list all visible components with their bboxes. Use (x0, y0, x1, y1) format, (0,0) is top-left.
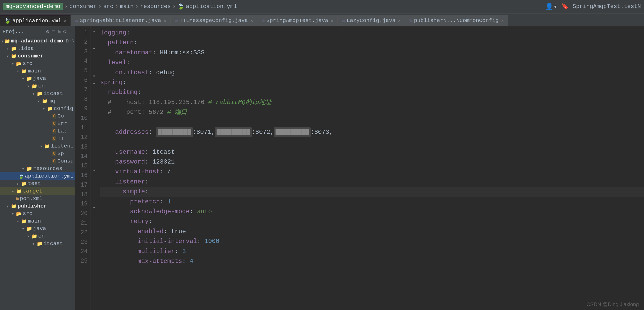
breadcrumb-consumer[interactable]: consumer (69, 3, 97, 10)
tree-item-application-yml[interactable]: 🍃 application.yml (0, 172, 75, 180)
top-bar-arrow[interactable]: 🔖 (562, 3, 569, 10)
tab-java-icon-4: ☕ (262, 17, 265, 24)
tree-item-publisher[interactable]: ▾ 📁 publisher (0, 202, 75, 210)
sidebar-title: Proj... (3, 29, 24, 35)
class-icon-sp: C (52, 151, 56, 156)
code-line-21: enabled: true (100, 227, 644, 237)
code-line-16: listener: (100, 177, 644, 187)
sidebar-icon-add[interactable]: ⊕ (46, 28, 49, 35)
editor-content[interactable]: 1 2 3 4 5 6 7 8 9 10 11 12 13 14 15 16 1… (75, 26, 644, 310)
tree-item-co[interactable]: C Co (0, 112, 75, 120)
project-name[interactable]: mq-advanced-demo (3, 3, 63, 10)
listener-folder-icon: 📁 (44, 143, 50, 149)
tree-item-tt[interactable]: C TT (0, 135, 75, 142)
gutter-arrow-3[interactable]: ▾ (93, 45, 96, 53)
tree-item-java[interactable]: ▾ 📁 java (0, 75, 75, 82)
tree-label-consumer: consumer (18, 53, 44, 59)
code-line-22: initial-interval: 1000 (100, 237, 644, 246)
key-simple: simple (122, 187, 145, 197)
breadcrumb-resources[interactable]: resources (140, 3, 171, 10)
addr-redacted-3: █████████ (274, 127, 311, 137)
tree-item-pub-cn[interactable]: ▾ 📁 cn (0, 232, 75, 240)
code-line-25 (100, 266, 644, 276)
addr-port-1: :8071, (193, 127, 215, 137)
breadcrumb-main[interactable]: main (120, 3, 134, 10)
val-password: 123321 (152, 157, 175, 167)
code-line-13: username: itcast (100, 147, 644, 157)
code-line-17: simple: (100, 187, 644, 197)
gutter-arrow-6[interactable]: ▾ (93, 73, 96, 80)
tree-item-pub-src[interactable]: ▾ 📂 src (0, 210, 75, 217)
tree-item-config[interactable]: ▾ 📁 config (0, 105, 75, 112)
sidebar-icon-sort[interactable]: ≡ (52, 28, 55, 35)
tab-label-5: LazyConfig.java (347, 18, 395, 24)
tree-label-pub-java: java (33, 226, 46, 232)
tree-item-la[interactable]: C La: (0, 127, 75, 135)
tree-item-root[interactable]: ▾ 📁 mq-advanced-demo D:\Ding.. (0, 37, 75, 45)
comment-line-8: # host: 118.195.235.176 (100, 98, 208, 107)
tree-item-pub-main[interactable]: ▾ 📁 main (0, 217, 75, 225)
tab-label-2: SpringRabbitListener.java (80, 18, 161, 24)
indent-5 (100, 68, 115, 78)
tree-item-src[interactable]: ▾ 📂 src (0, 60, 75, 67)
sidebar-icon-settings[interactable]: ⚙ (63, 28, 66, 35)
tree-item-idea[interactable]: ▸ 📁 .idea (0, 45, 75, 52)
tree-item-main[interactable]: ▾ 📁 main (0, 67, 75, 75)
code-area[interactable]: logging: pattern: dateformat: HH:mm:ss:S… (98, 26, 644, 310)
tree-item-pub-itcast[interactable]: ▾ 📁 itcast (0, 240, 75, 247)
gutter-arrow-20[interactable]: ▾ (93, 204, 96, 212)
key-virtual-host: virtual-host (115, 167, 160, 177)
sidebar-icon-minus[interactable]: − (69, 28, 72, 35)
comment-text-9: # 端口 (167, 107, 187, 117)
tree-item-listener[interactable]: ▾ 📁 listene (0, 142, 75, 150)
tree-item-pom[interactable]: m pom.xml (0, 195, 75, 202)
tab-application-yml[interactable]: 🍃 application.yml ✕ (0, 15, 71, 26)
tab-close-1[interactable]: ✕ (64, 18, 66, 23)
tree-item-resources[interactable]: ▾ 📁 resources (0, 165, 75, 172)
tab-spring-rabbit-listener[interactable]: ☕ SpringRabbitListener.java ✕ (71, 15, 171, 26)
tree-item-mq[interactable]: ▾ 📁 mq (0, 97, 75, 105)
sidebar-icon-sort2[interactable]: ≒ (58, 28, 61, 35)
tab-publisher-common-config[interactable]: ☕ publisher\...\CommonConfig ✕ (405, 15, 508, 26)
tree-item-sp[interactable]: C Sp (0, 150, 75, 157)
code-line-7: rabbitmq: (100, 87, 644, 97)
tree-item-test[interactable]: ▸ 📁 test (0, 180, 75, 187)
tab-close-6[interactable]: ✕ (501, 18, 504, 23)
watermark: CSDN @Ding Jiaxiong (586, 301, 639, 307)
breadcrumb-sep-3: › (115, 3, 118, 10)
tree-item-consumer[interactable]: ▾ 📁 consumer (0, 52, 75, 60)
key-dateformat: dateformat (115, 48, 152, 58)
tree-item-consu[interactable]: C Consu (0, 157, 75, 165)
tab-close-4[interactable]: ✕ (331, 18, 333, 23)
gutter-arrow-7[interactable]: ▾ (93, 80, 96, 88)
val-cnitcast: debug (156, 68, 175, 78)
gutter-arrow-16[interactable]: ▾ (93, 167, 96, 174)
indent-24 (100, 256, 137, 266)
key-initial-interval: initial-interval (137, 237, 197, 246)
tab-ttl-message-config[interactable]: ☕ TTLMessageConfig.java ✕ (171, 15, 257, 26)
code-line-8: # host: 118.195.235.176 # rabbitMQ的ip地址 (100, 98, 644, 107)
tree-label-publisher: publisher (18, 203, 47, 209)
tab-close-5[interactable]: ✕ (398, 18, 401, 23)
tab-spring-amqp-test[interactable]: ☕ SpringAmqpTest.java ✕ (257, 15, 338, 26)
tab-java-icon-5: ☕ (342, 17, 345, 24)
user-icon[interactable]: 👤▾ (545, 3, 557, 11)
addr-port-2: :8072, (252, 127, 274, 137)
code-line-11: addresses: █████████:8071, █████████:807… (100, 127, 644, 137)
sidebar-icons: ⊕ ≡ ≒ ⚙ − (46, 28, 72, 35)
breadcrumb-file[interactable]: application.yml (186, 3, 237, 10)
tab-close-3[interactable]: ✕ (250, 18, 253, 23)
tab-java-icon-3: ☕ (175, 17, 178, 24)
tree-item-err[interactable]: C Err (0, 120, 75, 127)
tab-lazy-config[interactable]: ☕ LazyConfig.java ✕ (338, 15, 405, 26)
tree-item-itcast[interactable]: ▾ 📁 itcast (0, 90, 75, 97)
indent-3 (100, 48, 115, 58)
pub-itcast-folder-icon: 📁 (37, 241, 42, 247)
tree-item-target[interactable]: ▸ 📁 target (0, 187, 75, 195)
breadcrumb-src[interactable]: src (103, 3, 113, 10)
tree-item-cn[interactable]: ▾ 📁 cn (0, 82, 75, 90)
tab-close-2[interactable]: ✕ (164, 18, 166, 23)
tree-label-pom: pom.xml (20, 196, 43, 202)
gutter-arrow-1[interactable]: ▾ (93, 28, 96, 35)
tree-item-pub-java[interactable]: ▾ 📁 java (0, 225, 75, 232)
